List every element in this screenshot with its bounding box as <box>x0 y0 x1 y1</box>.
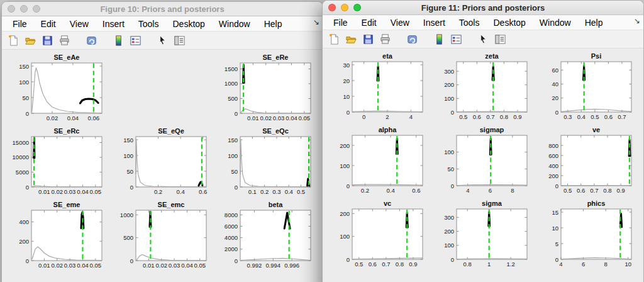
x-tick-label: 0.1 <box>248 188 257 195</box>
insert-colorbar-icon[interactable] <box>433 33 446 46</box>
close-button[interactable] <box>328 4 336 11</box>
axes-box <box>240 63 311 113</box>
subplot-title: sigma <box>482 200 502 207</box>
x-tick-label: 0.7 <box>486 113 494 120</box>
close-button[interactable] <box>8 5 15 13</box>
open-file-icon[interactable] <box>24 34 37 47</box>
menu-item-insert[interactable]: Insert <box>96 19 131 29</box>
plot-browser-icon[interactable] <box>494 33 507 46</box>
traffic-lights <box>8 5 40 13</box>
zoom-button[interactable] <box>353 4 361 11</box>
axes-box <box>136 137 206 187</box>
plot-browser-icon[interactable] <box>173 34 186 47</box>
menu-item-help[interactable]: Help <box>257 19 289 29</box>
menu-item-insert[interactable]: Insert <box>416 18 452 28</box>
menu-item-help[interactable]: Help <box>578 18 610 28</box>
x-tick-label: 0.5 <box>591 113 599 120</box>
axes-box <box>561 62 631 112</box>
y-tick-label: 800 <box>548 142 558 149</box>
subplot-title: SE_eRc <box>54 128 80 135</box>
y-tick-label: 0 <box>451 256 454 263</box>
new-figure-icon[interactable] <box>7 34 20 47</box>
save-figure-icon[interactable] <box>362 33 375 46</box>
title-bar[interactable]: Figure 11: Priors and posteriors <box>323 1 643 15</box>
window-title: Figure 10: Priors and posteriors <box>100 4 224 14</box>
subplot-title: ve <box>592 127 600 133</box>
edit-plot-icon[interactable] <box>156 34 169 47</box>
x-tick-label: 0.6 <box>604 113 613 120</box>
x-tick-label: 0.7 <box>618 113 626 120</box>
x-tick-label: 4 <box>466 187 469 194</box>
minimize-button[interactable] <box>341 4 348 11</box>
menu-item-file[interactable]: File <box>326 18 355 28</box>
y-tick-label: 0 <box>235 110 238 117</box>
figure-10-window: Figure 10: Priors and posteriors FileEdi… <box>1 1 323 282</box>
y-tick-label: 0 <box>26 110 29 117</box>
menu-item-view[interactable]: View <box>384 18 416 28</box>
y-tick-label: 600 <box>548 152 558 159</box>
title-bar[interactable]: Figure 10: Priors and posteriors <box>2 2 323 16</box>
menu-item-edit[interactable]: Edit <box>34 19 63 29</box>
insert-legend-icon[interactable] <box>129 34 142 47</box>
x-tick-label: 2 <box>386 113 389 120</box>
edit-plot-icon[interactable] <box>477 33 490 46</box>
menu-item-desktop[interactable]: Desktop <box>486 18 532 28</box>
x-tick-label: 0.02 <box>260 115 272 121</box>
save-figure-icon[interactable] <box>41 34 54 47</box>
minimize-button[interactable] <box>20 5 28 13</box>
y-tick-label: 30 <box>343 62 350 69</box>
y-tick-label: 100 <box>19 79 29 86</box>
y-tick-label: 20 <box>552 94 558 101</box>
insert-legend-icon[interactable] <box>450 33 463 46</box>
x-tick-label: 0.05 <box>194 262 206 269</box>
y-tick-label: 200 <box>340 142 350 149</box>
y-tick-label: 1000 <box>120 212 133 218</box>
prior-curve <box>457 259 527 259</box>
x-tick-label: 0.8 <box>603 187 611 194</box>
menu-item-file[interactable]: File <box>6 19 34 29</box>
menu-item-desktop[interactable]: Desktop <box>165 19 211 29</box>
menu-overflow-icon[interactable]: ↘ <box>313 18 319 26</box>
new-figure-icon[interactable] <box>328 33 341 46</box>
x-tick-label: 0.6 <box>577 187 585 194</box>
x-tick-label: 0.3 <box>272 188 280 195</box>
link-plot-icon[interactable] <box>85 34 98 47</box>
subplot-title: phics <box>587 200 606 207</box>
x-tick-label: 0.996 <box>284 262 299 269</box>
menu-overflow-icon[interactable]: ↘ <box>634 16 640 25</box>
subplot-title: eta <box>382 53 393 60</box>
y-tick-label: 6000 <box>225 223 238 230</box>
y-tick-label: 200 <box>444 228 454 235</box>
y-tick-label: 0 <box>130 184 133 191</box>
subplot-title: SE_eme <box>53 201 80 208</box>
subplot-title: SE_emc <box>158 201 185 208</box>
window-title: Figure 11: Priors and posteriors <box>421 3 545 13</box>
print-figure-icon[interactable] <box>58 34 71 47</box>
menu-item-window[interactable]: Window <box>533 18 578 28</box>
insert-colorbar-icon[interactable] <box>112 34 125 47</box>
subplot-title: SE_eQc <box>262 128 289 135</box>
y-tick-label: 400 <box>548 162 558 169</box>
menu-item-tools[interactable]: Tools <box>452 18 487 28</box>
menu-item-view[interactable]: View <box>63 19 96 29</box>
x-tick-label: 0.06 <box>88 115 100 121</box>
y-tick-label: 150 <box>228 137 238 144</box>
x-tick-label: 0.7 <box>590 187 598 194</box>
y-tick-label: 50 <box>231 168 238 175</box>
menu-item-edit[interactable]: Edit <box>355 18 384 28</box>
menu-item-tools[interactable]: Tools <box>131 19 166 29</box>
link-plot-icon[interactable] <box>406 33 419 46</box>
open-file-icon[interactable] <box>345 33 358 46</box>
y-tick-label: 200 <box>340 210 350 217</box>
x-tick-label: 0.01 <box>247 115 259 121</box>
subplot-SE_eAe: 0.020.040.06050100150SE_eAe <box>5 54 109 128</box>
menu-item-window[interactable]: Window <box>212 19 257 29</box>
y-tick-label: 150 <box>123 137 133 144</box>
zoom-button[interactable] <box>33 5 40 13</box>
y-tick-label: 500 <box>123 234 133 241</box>
y-tick-label: 0 <box>130 257 133 264</box>
x-tick-label: 0.2 <box>154 188 162 195</box>
print-figure-icon[interactable] <box>379 33 392 46</box>
x-tick-label: 0.4 <box>577 113 586 120</box>
x-tick-label: 0.4 <box>386 187 394 194</box>
